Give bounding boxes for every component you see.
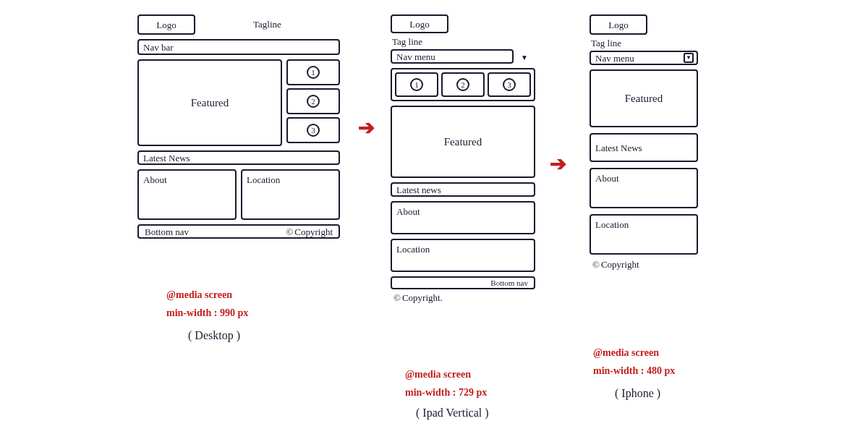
thumb-2[interactable]: 2 (441, 72, 485, 97)
thumb-2[interactable]: 2 (286, 88, 340, 114)
nav-bar[interactable]: Nav bar (137, 39, 340, 55)
featured-panel[interactable]: Featured (391, 106, 535, 178)
nav-menu[interactable]: Nav menu ▼ (590, 51, 698, 65)
copyright-label: Copyright. (393, 292, 535, 304)
thumb-1[interactable]: 1 (395, 72, 438, 97)
layout-desktop: Logo Tagline Nav bar Featured 1 2 3 Late… (137, 14, 340, 239)
bottom-nav-label[interactable]: Bottom nav (145, 227, 189, 237)
featured-panel[interactable]: Featured (137, 59, 282, 146)
desktop-media-rule-1: @media screen (166, 289, 232, 301)
thumb-3-num: 3 (307, 124, 320, 137)
copyright-label: Copyright (286, 227, 333, 237)
thumb-2-num: 2 (456, 78, 469, 91)
thumb-2-num: 2 (307, 95, 320, 108)
arrow-ipad-to-iphone: ➔ (550, 152, 566, 176)
thumb-3-num: 3 (503, 78, 516, 91)
latest-news-bar[interactable]: Latest News (137, 150, 340, 165)
location-panel[interactable]: Location (391, 239, 535, 272)
about-panel[interactable]: About (137, 169, 237, 220)
arrow-desktop-to-ipad: ➔ (358, 116, 375, 140)
tagline-text: Tag line (591, 38, 698, 49)
thumb-3[interactable]: 3 (488, 72, 531, 97)
nav-menu-label: Nav menu (595, 54, 634, 63)
iphone-media-rule-1: @media screen (593, 347, 659, 359)
tagline-text: Tagline (253, 19, 281, 30)
desktop-device-label: ( Desktop ) (188, 329, 240, 342)
iphone-media-rule-2: min-width : 480 px (593, 365, 675, 377)
tagline-text: Tag line (392, 36, 535, 48)
about-panel[interactable]: About (391, 201, 535, 234)
footer-bar: Bottom nav Copyright (137, 224, 340, 239)
ipad-media-rule-2: min-width : 729 px (405, 387, 487, 399)
latest-news-bar[interactable]: Latest news (391, 182, 535, 197)
layout-iphone: Logo Tag line Nav menu ▼ Featured Latest… (590, 14, 698, 271)
featured-panel[interactable]: Featured (590, 69, 698, 127)
iphone-device-label: ( Iphone ) (615, 387, 660, 400)
chevron-down-icon[interactable]: ▼ (684, 53, 694, 63)
thumb-1-num: 1 (410, 78, 423, 91)
copyright-label: Copyright (592, 259, 698, 271)
thumb-row: 1 2 3 (391, 68, 535, 101)
thumb-1-num: 1 (307, 66, 320, 79)
desktop-media-rule-2: min-width : 990 px (166, 307, 248, 319)
chevron-down-icon[interactable]: ▼ (521, 54, 528, 61)
bottom-nav-bar[interactable]: Bottom nav (391, 276, 535, 289)
latest-news-bar[interactable]: Latest News (590, 133, 698, 162)
logo-box: Logo (391, 14, 448, 33)
about-panel[interactable]: About (590, 168, 698, 208)
ipad-device-label: ( Ipad Vertical ) (416, 407, 489, 420)
logo-box: Logo (590, 14, 647, 35)
location-panel[interactable]: Location (241, 169, 340, 220)
nav-menu[interactable]: Nav menu (391, 49, 514, 64)
layout-ipad: Logo Tag line Nav menu ▼ 1 2 3 Featured … (391, 14, 535, 304)
thumb-1[interactable]: 1 (286, 59, 340, 85)
ipad-media-rule-1: @media screen (405, 369, 471, 380)
thumb-3[interactable]: 3 (286, 117, 340, 143)
location-panel[interactable]: Location (590, 214, 698, 255)
logo-box: Logo (137, 14, 195, 35)
